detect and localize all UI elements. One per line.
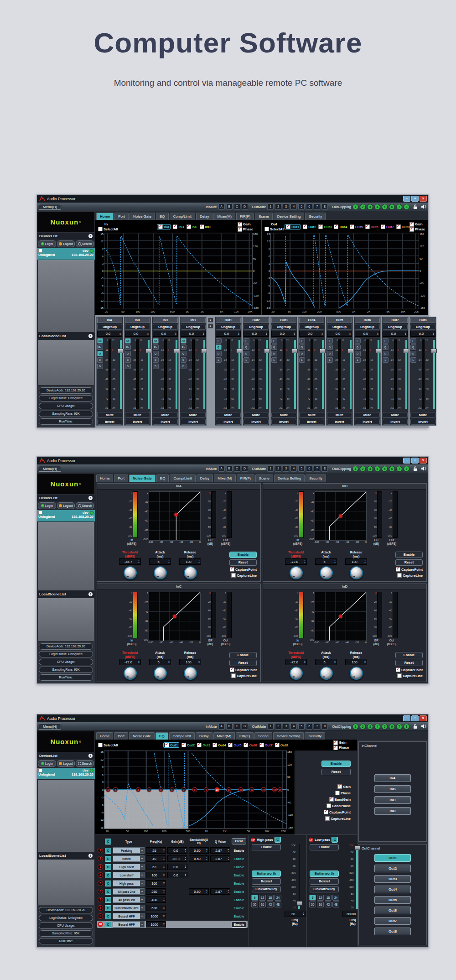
outmute-key[interactable]: 7 [314, 723, 320, 730]
channel-mode-button[interactable]: Ex [153, 344, 159, 350]
threshold-spinner[interactable]: -72.0 [119, 659, 141, 665]
attack-knob[interactable] [154, 667, 167, 680]
copy-button[interactable]: C [105, 872, 111, 878]
eq-band-marker[interactable]: HP [105, 787, 110, 792]
channel-checkbox[interactable]: Out6 [365, 224, 378, 229]
volume-fader[interactable] [145, 339, 150, 409]
eq-band-marker[interactable]: 11 [227, 787, 232, 792]
device-list-item[interactable]: dev Unlogined192.168.20.20 [37, 248, 95, 260]
gain-spinner[interactable]: 0.0 [216, 331, 241, 337]
capture-line-checkbox[interactable]: CaptureLine [231, 573, 257, 578]
release-knob[interactable] [350, 667, 363, 680]
spinner-arrows-icon[interactable] [184, 849, 187, 852]
volume-fader[interactable] [347, 339, 352, 409]
eq-band-marker[interactable]: 8 [192, 787, 197, 792]
menu-button[interactable]: Menu(H) [39, 204, 61, 210]
slope-button[interactable]: 12 [259, 895, 266, 901]
dropdown-arrow-icon[interactable] [140, 897, 144, 902]
channel-mode-button[interactable]: An [181, 338, 187, 344]
display-option-checkbox[interactable]: CapturePoint [324, 810, 351, 814]
dropdown-arrow-icon[interactable] [140, 889, 144, 894]
tab[interactable]: Scene [254, 732, 272, 740]
fader-handle-icon[interactable] [201, 349, 207, 353]
tab[interactable]: Delay [196, 213, 212, 220]
inmute-key[interactable]: C [234, 465, 240, 472]
eq-band-marker[interactable]: 6 [169, 787, 174, 792]
slope-button[interactable]: 6 [309, 895, 316, 901]
band-gain-spinner[interactable]: 0.0 [167, 847, 187, 854]
attack-knob[interactable] [320, 667, 333, 680]
outmute-key[interactable]: 4 [290, 203, 297, 210]
fader-handle-icon[interactable] [375, 349, 381, 353]
eq-band-marker[interactable]: 4 [146, 787, 151, 792]
filter-freq-spinner[interactable]: 20 [285, 911, 306, 917]
band-freq-spinner[interactable]: 63 [146, 864, 166, 870]
filter-type-button[interactable]: Butterworth [252, 871, 281, 877]
channel-mode-button[interactable]: An [97, 338, 103, 344]
invert-button[interactable]: Invert [383, 419, 408, 425]
outmute-key[interactable]: 2 [275, 723, 281, 730]
select-all-checkbox[interactable]: SelectAll [98, 743, 118, 747]
spinner-arrows-icon[interactable] [137, 560, 140, 563]
ungroup-button[interactable]: Ungroup [97, 324, 122, 330]
channel-mode-button[interactable]: L [299, 357, 305, 363]
invert-button[interactable]: Invert [271, 419, 296, 425]
reset-button[interactable]: Reset [395, 660, 423, 666]
band-type-select[interactable]: Notch [113, 855, 145, 862]
speaker-icon[interactable] [421, 724, 426, 729]
mute-button[interactable]: Mute [383, 412, 408, 418]
filter-type-button[interactable]: Butterworth [310, 871, 339, 877]
invert-button[interactable]: Invert [181, 419, 206, 425]
channel-mode-button[interactable]: Q [125, 351, 131, 356]
tab[interactable]: Device Setting [273, 732, 304, 740]
eq-band-row[interactable]: 9 C Bessel HPF 1000 Enable [97, 912, 248, 920]
capture-line-checkbox[interactable]: CaptureLine [397, 573, 423, 578]
slope-button[interactable]: 42 [325, 902, 332, 907]
release-spinner[interactable]: 100 [345, 659, 367, 665]
logout-button[interactable]: Logout [57, 240, 75, 247]
status-button[interactable]: CPU Usage: [39, 659, 93, 665]
spinner-arrows-icon[interactable] [237, 332, 240, 336]
channel-checkbox[interactable]: Out1 [285, 224, 301, 229]
slope-button[interactable]: 18 [267, 895, 274, 901]
threshold-knob[interactable] [290, 566, 303, 579]
channel-mode-button[interactable]: Q [383, 344, 389, 350]
outmute-key[interactable]: 1 [267, 203, 274, 210]
outmute-key[interactable]: 5 [298, 203, 305, 210]
slope-button[interactable]: 6 [251, 895, 258, 901]
spinner-arrows-icon[interactable] [404, 332, 407, 336]
inmute-key[interactable]: D [242, 723, 248, 730]
reset-button[interactable]: Reset [229, 559, 257, 566]
band-freq-spinner[interactable]: 400 [146, 897, 166, 903]
attack-spinner[interactable]: 5 [149, 558, 171, 565]
tab[interactable]: Home [96, 732, 113, 740]
channel-mode-button[interactable]: D [327, 351, 333, 356]
spinner-arrows-icon[interactable] [227, 857, 230, 860]
copy-button[interactable]: C [105, 897, 111, 903]
spinner-arrows-icon[interactable] [184, 857, 187, 860]
channel-mode-button[interactable]: Ex [181, 344, 187, 350]
copy-button[interactable]: C [105, 889, 111, 895]
channel-checkbox[interactable]: Out4 [212, 742, 226, 748]
band-bandwidth-spinner[interactable]: 0.50 [189, 888, 209, 895]
spinner-arrows-icon[interactable] [363, 560, 367, 563]
spinner-arrows-icon[interactable] [227, 890, 230, 893]
maximize-button[interactable]: + [411, 196, 419, 202]
spinner-arrows-icon[interactable] [197, 560, 201, 563]
eq-band-row[interactable]: 2 C Notch 40 -80.0 0.50 2.87 Enable [97, 855, 248, 862]
fader-handle-icon[interactable] [320, 349, 326, 353]
status-button[interactable]: DeviceAddr: 192.168.20.20 [39, 907, 93, 913]
copy-button[interactable]: C [105, 913, 111, 919]
enable-button[interactable]: Enable [229, 552, 257, 558]
threshold-knob[interactable] [290, 667, 303, 680]
filter-type-button[interactable]: Bessel [252, 878, 281, 885]
channel-checkbox[interactable]: Out3 [197, 742, 210, 748]
copy-button[interactable]: C [105, 848, 111, 854]
channel-mode-button[interactable]: D [410, 351, 416, 356]
threshold-spinner[interactable]: -72.0 [285, 659, 307, 665]
eq-band-marker[interactable]: 3 [135, 787, 140, 792]
band-freq-spinner[interactable]: 1000 [146, 913, 166, 919]
ungroup-button[interactable]: Ungroup [244, 324, 269, 330]
inmute-key[interactable]: B [226, 465, 233, 472]
spinner-arrows-icon[interactable] [333, 560, 337, 563]
